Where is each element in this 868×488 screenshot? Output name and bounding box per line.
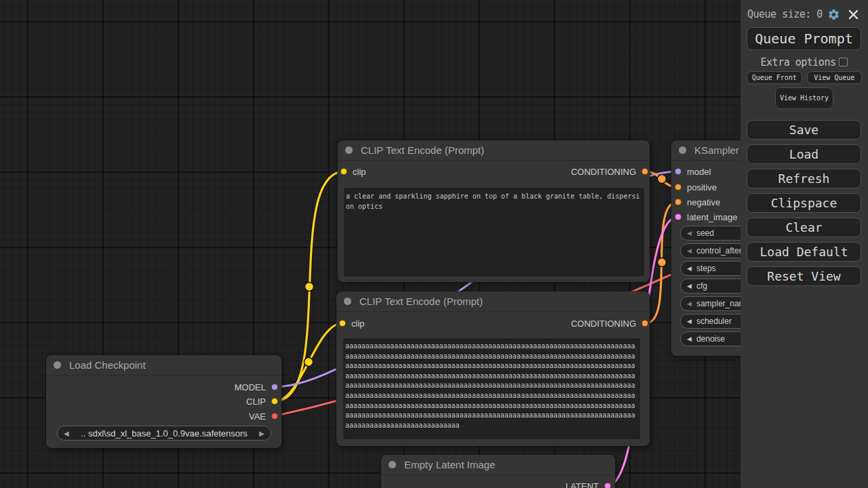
ckpt-name-combo-widget[interactable]: ◀ .. sdxl\sd_xl_base_1.0_0.9vae.safetens… [57,426,271,441]
node-title-bar[interactable]: Load Checkpoint [46,355,281,375]
output-slot-label: CONDITIONING [571,167,636,177]
refresh-button[interactable]: Refresh [747,169,861,188]
output-slot-conditioning[interactable] [642,320,648,327]
widget-label: cfg [696,281,707,291]
clipspace-button[interactable]: Clipspace [747,193,861,213]
widget-label: seed [696,228,714,238]
node-empty-latent-image[interactable]: Empty Latent Image LATENT [381,455,615,488]
graph-canvas[interactable]: CLIP Text Encode (Prompt) clip CONDITION… [0,0,868,488]
extra-options-checkbox[interactable] [839,58,848,66]
reset-view-button[interactable]: Reset View [747,266,861,286]
node-title: KSampler [694,144,739,156]
output-slot-latent[interactable] [604,483,611,488]
output-slot-label: LATENT [566,481,599,488]
view-queue-button[interactable]: View Queue [807,71,863,84]
queue-actions-row: Queue Front View Queue [747,71,862,84]
extra-options-label: Extra options [761,56,836,68]
widget-left-arrow-icon[interactable]: ◀ [687,318,692,325]
input-slot-label: negative [687,197,720,207]
link-midpoint-dot [305,283,314,291]
node-load-checkpoint[interactable]: Load Checkpoint MODEL CLIP VAE ◀ .. sdxl… [46,355,281,448]
output-slot-label: VAE [249,411,266,422]
input-slot-positive[interactable] [675,184,682,190]
close-icon[interactable] [848,9,859,20]
prompt-textarea[interactable]: aaaaaaaaaaaaaaaaaaaaaaaaaaaaaaaaaaaaaaaa… [343,338,640,439]
input-slot-label: clip [353,167,366,177]
input-slot-clip[interactable] [339,320,346,327]
queue-size-label: Queue size: 0 [747,8,823,20]
settings-gear-icon[interactable] [827,8,840,21]
collapse-dot-icon[interactable] [54,361,61,369]
collapse-dot-icon[interactable] [345,146,353,154]
prompt-textarea[interactable]: a clear and sparkling sapphire on top of… [344,188,644,277]
load-button[interactable]: Load [747,144,861,164]
widget-left-arrow-icon[interactable]: ◀ [687,247,692,254]
load-default-button[interactable]: Load Default [747,242,861,262]
save-button[interactable]: Save [747,120,861,140]
node-title: Empty Latent Image [404,459,495,470]
queue-prompt-button[interactable]: Queue Prompt [747,27,861,50]
node-title: CLIP Text Encode (Prompt) [361,144,484,156]
input-slot-negative[interactable] [675,199,682,205]
output-slot-vae[interactable] [271,413,278,420]
widget-label: steps [696,264,716,273]
collapse-dot-icon[interactable] [389,461,396,468]
combo-right-arrow-icon[interactable]: ▶ [259,430,264,437]
widget-label: denoise [696,334,725,344]
output-slot-label: CONDITIONING [571,319,636,329]
menu-buttons: Save Load Refresh Clipspace Clear Load D… [741,120,868,291]
node-clip-text-encode-negative[interactable]: CLIP Text Encode (Prompt) clip CONDITION… [336,291,650,446]
node-title-bar[interactable]: CLIP Text Encode (Prompt) [336,291,650,312]
link-midpoint-dot [658,175,667,184]
link-midpoint-dot [304,358,313,367]
queue-size-row: Queue size: 0 [747,6,863,22]
queue-front-button[interactable]: Queue Front [747,71,802,84]
widget-left-arrow-icon[interactable]: ◀ [687,265,692,272]
node-title: Load Checkpoint [69,359,146,371]
view-history-button[interactable]: View History [775,87,833,109]
output-slot-label: CLIP [246,396,266,407]
input-slot-label: latent_image [687,212,737,222]
input-slot-label: clip [351,319,365,329]
input-slot-model[interactable] [675,168,682,175]
output-slot-conditioning[interactable] [642,168,648,175]
widget-left-arrow-icon[interactable]: ◀ [687,300,692,307]
combo-left-arrow-icon[interactable]: ◀ [64,430,69,437]
node-clip-text-encode-positive[interactable]: CLIP Text Encode (Prompt) clip CONDITION… [338,140,650,282]
widget-left-arrow-icon[interactable]: ◀ [687,336,692,342]
widget-label: scheduler [696,317,732,326]
extra-options-row: Extra options [741,57,868,67]
input-slot-latent-image[interactable] [675,214,682,220]
collapse-dot-icon[interactable] [679,146,686,154]
node-title-bar[interactable]: CLIP Text Encode (Prompt) [338,140,650,161]
output-slot-clip[interactable] [271,398,278,405]
node-title: CLIP Text Encode (Prompt) [359,296,483,307]
output-slot-model[interactable] [271,384,278,390]
input-slot-label: positive [687,182,717,192]
output-slot-label: MODEL [235,382,266,392]
combo-value: .. sdxl\sd_xl_base_1.0_0.9vae.safetensor… [69,428,260,439]
widget-left-arrow-icon[interactable]: ◀ [687,283,692,289]
clear-button[interactable]: Clear [747,218,861,237]
link-midpoint-dot [658,258,667,267]
widget-left-arrow-icon[interactable]: ◀ [687,230,692,237]
node-title-bar[interactable]: Empty Latent Image [381,455,615,475]
comfy-menu-sidebar: Queue size: 0 Queue Prompt Extra options… [741,0,868,488]
collapse-dot-icon[interactable] [344,298,351,305]
input-slot-clip[interactable] [340,168,347,175]
input-slot-label: model [687,167,711,177]
